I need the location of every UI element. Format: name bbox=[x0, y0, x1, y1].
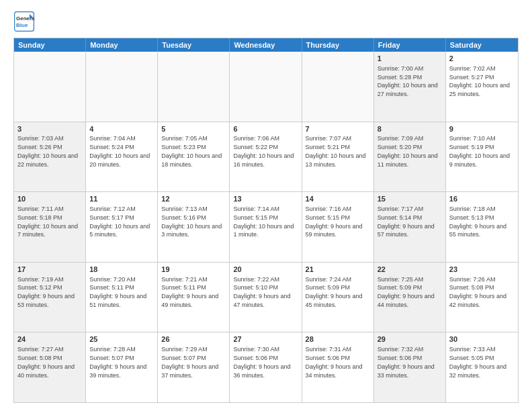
weekday-header-monday: Monday bbox=[86, 38, 158, 52]
day-cell-10: 10Sunrise: 7:11 AM Sunset: 5:18 PM Dayli… bbox=[14, 192, 86, 262]
day-cell-4: 4Sunrise: 7:04 AM Sunset: 5:24 PM Daylig… bbox=[86, 122, 158, 192]
day-cell-23: 23Sunrise: 7:26 AM Sunset: 5:08 PM Dayli… bbox=[446, 263, 518, 332]
day-cell-18: 18Sunrise: 7:20 AM Sunset: 5:11 PM Dayli… bbox=[86, 263, 158, 332]
day-info: Sunrise: 7:05 AM Sunset: 5:23 PM Dayligh… bbox=[161, 135, 222, 167]
day-cell-28: 28Sunrise: 7:31 AM Sunset: 5:06 PM Dayli… bbox=[302, 332, 374, 402]
day-number: 21 bbox=[306, 265, 370, 275]
empty-cell bbox=[86, 52, 158, 122]
weekday-header-wednesday: Wednesday bbox=[230, 38, 302, 52]
day-info: Sunrise: 7:20 AM Sunset: 5:11 PM Dayligh… bbox=[89, 276, 146, 308]
day-number: 16 bbox=[449, 194, 515, 204]
day-cell-27: 27Sunrise: 7:30 AM Sunset: 5:06 PM Dayli… bbox=[230, 332, 302, 402]
day-number: 2 bbox=[449, 54, 515, 64]
day-info: Sunrise: 7:18 AM Sunset: 5:13 PM Dayligh… bbox=[449, 205, 506, 238]
day-cell-1: 1Sunrise: 7:00 AM Sunset: 5:28 PM Daylig… bbox=[374, 52, 446, 122]
svg-text:Blue: Blue bbox=[16, 22, 28, 28]
calendar-row-0: 1Sunrise: 7:00 AM Sunset: 5:28 PM Daylig… bbox=[14, 52, 518, 122]
day-cell-19: 19Sunrise: 7:21 AM Sunset: 5:11 PM Dayli… bbox=[158, 263, 230, 332]
empty-cell bbox=[302, 52, 374, 122]
day-cell-12: 12Sunrise: 7:13 AM Sunset: 5:16 PM Dayli… bbox=[158, 192, 230, 262]
day-cell-16: 16Sunrise: 7:18 AM Sunset: 5:13 PM Dayli… bbox=[446, 192, 518, 262]
calendar-body: 1Sunrise: 7:00 AM Sunset: 5:28 PM Daylig… bbox=[14, 52, 518, 402]
day-number: 15 bbox=[378, 194, 442, 204]
day-info: Sunrise: 7:27 AM Sunset: 5:08 PM Dayligh… bbox=[17, 346, 75, 378]
day-info: Sunrise: 7:29 AM Sunset: 5:07 PM Dayligh… bbox=[161, 346, 218, 378]
day-number: 29 bbox=[378, 334, 442, 345]
day-info: Sunrise: 7:26 AM Sunset: 5:08 PM Dayligh… bbox=[449, 276, 506, 308]
day-number: 28 bbox=[306, 334, 370, 345]
day-number: 8 bbox=[378, 124, 442, 134]
day-cell-2: 2Sunrise: 7:02 AM Sunset: 5:27 PM Daylig… bbox=[446, 52, 518, 122]
day-info: Sunrise: 7:14 AM Sunset: 5:15 PM Dayligh… bbox=[233, 205, 294, 238]
day-info: Sunrise: 7:09 AM Sunset: 5:20 PM Dayligh… bbox=[378, 135, 438, 167]
day-cell-17: 17Sunrise: 7:19 AM Sunset: 5:12 PM Dayli… bbox=[14, 263, 86, 332]
page: General Blue SundayMondayTuesdayWednesda… bbox=[0, 0, 532, 411]
day-cell-3: 3Sunrise: 7:03 AM Sunset: 5:26 PM Daylig… bbox=[14, 122, 86, 192]
day-number: 18 bbox=[89, 265, 154, 275]
calendar-header: SundayMondayTuesdayWednesdayThursdayFrid… bbox=[14, 38, 518, 52]
weekday-header-sunday: Sunday bbox=[14, 38, 86, 52]
day-info: Sunrise: 7:19 AM Sunset: 5:12 PM Dayligh… bbox=[17, 276, 75, 308]
logo-icon: General Blue bbox=[13, 11, 35, 32]
day-info: Sunrise: 7:04 AM Sunset: 5:24 PM Dayligh… bbox=[89, 135, 150, 167]
day-info: Sunrise: 7:00 AM Sunset: 5:28 PM Dayligh… bbox=[378, 65, 438, 97]
day-number: 30 bbox=[449, 334, 515, 345]
empty-cell bbox=[230, 52, 302, 122]
day-cell-29: 29Sunrise: 7:32 AM Sunset: 5:06 PM Dayli… bbox=[374, 332, 446, 402]
day-number: 25 bbox=[89, 334, 154, 345]
day-info: Sunrise: 7:07 AM Sunset: 5:21 PM Dayligh… bbox=[306, 135, 366, 167]
day-info: Sunrise: 7:28 AM Sunset: 5:07 PM Dayligh… bbox=[89, 346, 146, 378]
day-cell-26: 26Sunrise: 7:29 AM Sunset: 5:07 PM Dayli… bbox=[158, 332, 230, 402]
weekday-header-saturday: Saturday bbox=[446, 38, 518, 52]
weekday-header-friday: Friday bbox=[374, 38, 446, 52]
day-number: 27 bbox=[233, 334, 298, 345]
day-number: 11 bbox=[89, 194, 154, 204]
day-number: 4 bbox=[89, 124, 154, 134]
day-number: 26 bbox=[161, 334, 226, 345]
day-cell-5: 5Sunrise: 7:05 AM Sunset: 5:23 PM Daylig… bbox=[158, 122, 230, 192]
day-cell-15: 15Sunrise: 7:17 AM Sunset: 5:14 PM Dayli… bbox=[374, 192, 446, 262]
weekday-header-thursday: Thursday bbox=[302, 38, 374, 52]
day-cell-9: 9Sunrise: 7:10 AM Sunset: 5:19 PM Daylig… bbox=[446, 122, 518, 192]
empty-cell bbox=[14, 52, 86, 122]
day-info: Sunrise: 7:03 AM Sunset: 5:26 PM Dayligh… bbox=[17, 135, 78, 167]
day-number: 24 bbox=[17, 334, 82, 345]
day-number: 10 bbox=[17, 194, 82, 204]
day-info: Sunrise: 7:10 AM Sunset: 5:19 PM Dayligh… bbox=[449, 135, 510, 167]
day-info: Sunrise: 7:31 AM Sunset: 5:06 PM Dayligh… bbox=[306, 346, 363, 378]
day-info: Sunrise: 7:16 AM Sunset: 5:15 PM Dayligh… bbox=[306, 205, 363, 238]
day-cell-25: 25Sunrise: 7:28 AM Sunset: 5:07 PM Dayli… bbox=[86, 332, 158, 402]
day-number: 17 bbox=[17, 265, 82, 275]
day-info: Sunrise: 7:11 AM Sunset: 5:18 PM Dayligh… bbox=[17, 205, 78, 238]
calendar-row-2: 10Sunrise: 7:11 AM Sunset: 5:18 PM Dayli… bbox=[14, 191, 518, 262]
calendar-row-3: 17Sunrise: 7:19 AM Sunset: 5:12 PM Dayli… bbox=[14, 262, 518, 332]
calendar: SundayMondayTuesdayWednesdayThursdayFrid… bbox=[13, 38, 519, 403]
day-info: Sunrise: 7:22 AM Sunset: 5:10 PM Dayligh… bbox=[233, 276, 290, 308]
day-info: Sunrise: 7:13 AM Sunset: 5:16 PM Dayligh… bbox=[161, 205, 222, 238]
day-cell-30: 30Sunrise: 7:33 AM Sunset: 5:05 PM Dayli… bbox=[446, 332, 518, 402]
day-info: Sunrise: 7:17 AM Sunset: 5:14 PM Dayligh… bbox=[378, 205, 435, 238]
day-cell-20: 20Sunrise: 7:22 AM Sunset: 5:10 PM Dayli… bbox=[230, 263, 302, 332]
day-number: 1 bbox=[378, 54, 442, 64]
day-number: 13 bbox=[233, 194, 298, 204]
day-number: 5 bbox=[161, 124, 226, 134]
calendar-row-1: 3Sunrise: 7:03 AM Sunset: 5:26 PM Daylig… bbox=[14, 122, 518, 192]
day-number: 20 bbox=[233, 265, 298, 275]
weekday-header-tuesday: Tuesday bbox=[158, 38, 230, 52]
calendar-row-4: 24Sunrise: 7:27 AM Sunset: 5:08 PM Dayli… bbox=[14, 332, 518, 402]
logo: General Blue bbox=[13, 11, 35, 32]
day-number: 23 bbox=[449, 265, 515, 275]
day-cell-14: 14Sunrise: 7:16 AM Sunset: 5:15 PM Dayli… bbox=[302, 192, 374, 262]
day-cell-22: 22Sunrise: 7:25 AM Sunset: 5:09 PM Dayli… bbox=[374, 263, 446, 332]
day-number: 14 bbox=[306, 194, 370, 204]
day-number: 22 bbox=[378, 265, 442, 275]
day-number: 12 bbox=[161, 194, 226, 204]
day-info: Sunrise: 7:06 AM Sunset: 5:22 PM Dayligh… bbox=[233, 135, 294, 167]
day-cell-7: 7Sunrise: 7:07 AM Sunset: 5:21 PM Daylig… bbox=[302, 122, 374, 192]
day-cell-8: 8Sunrise: 7:09 AM Sunset: 5:20 PM Daylig… bbox=[374, 122, 446, 192]
day-info: Sunrise: 7:25 AM Sunset: 5:09 PM Dayligh… bbox=[378, 276, 435, 308]
day-number: 19 bbox=[161, 265, 226, 275]
day-info: Sunrise: 7:30 AM Sunset: 5:06 PM Dayligh… bbox=[233, 346, 290, 378]
day-info: Sunrise: 7:21 AM Sunset: 5:11 PM Dayligh… bbox=[161, 276, 218, 308]
day-info: Sunrise: 7:02 AM Sunset: 5:27 PM Dayligh… bbox=[449, 65, 510, 97]
